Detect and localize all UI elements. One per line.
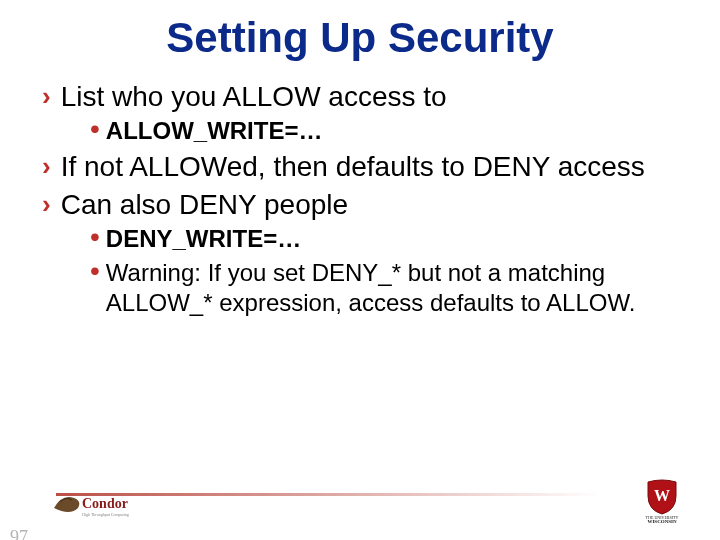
condor-logo-text: Condor bbox=[82, 496, 128, 511]
condor-logo-icon: Condor High Throughput Computing bbox=[52, 486, 162, 520]
bullet-3: › Can also DENY people bbox=[42, 188, 700, 222]
svg-text:WISCONSIN: WISCONSIN bbox=[647, 519, 677, 524]
wisconsin-logo: W THE UNIVERSITY WISCONSIN bbox=[628, 476, 696, 524]
bullet-3-sub-1-text: DENY_WRITE=… bbox=[106, 224, 301, 254]
bullet-3-text: Can also DENY people bbox=[61, 188, 348, 222]
svg-text:High Throughput Computing: High Throughput Computing bbox=[82, 512, 129, 517]
bullet-1-sub-1: • ALLOW_WRITE=… bbox=[90, 116, 700, 146]
slide-content: › List who you ALLOW access to • ALLOW_W… bbox=[42, 80, 700, 318]
bullet-1: › List who you ALLOW access to bbox=[42, 80, 700, 114]
bullet-1-sub-1-text: ALLOW_WRITE=… bbox=[106, 116, 323, 146]
chevron-icon: › bbox=[42, 150, 51, 182]
bullet-1-text: List who you ALLOW access to bbox=[61, 80, 447, 114]
page-number: 97 bbox=[10, 527, 28, 540]
bullet-2-text: If not ALLOWed, then defaults to DENY ac… bbox=[61, 150, 645, 184]
svg-text:W: W bbox=[654, 487, 670, 504]
bullet-3-sub-2-text: Warning: If you set DENY_* but not a mat… bbox=[106, 258, 700, 318]
bullet-3-sub-1: • DENY_WRITE=… bbox=[90, 224, 700, 254]
chevron-icon: › bbox=[42, 80, 51, 112]
bullet-2: › If not ALLOWed, then defaults to DENY … bbox=[42, 150, 700, 184]
slide: Setting Up Security › List who you ALLOW… bbox=[0, 14, 720, 540]
condor-logo: Condor High Throughput Computing bbox=[52, 486, 162, 520]
bullet-3-sub-2: • Warning: If you set DENY_* but not a m… bbox=[90, 258, 700, 318]
slide-title: Setting Up Security bbox=[0, 14, 720, 62]
dot-icon: • bbox=[90, 224, 100, 250]
dot-icon: • bbox=[90, 116, 100, 142]
dot-icon: • bbox=[90, 258, 100, 284]
chevron-icon: › bbox=[42, 188, 51, 220]
wisconsin-logo-icon: W THE UNIVERSITY WISCONSIN bbox=[628, 476, 696, 524]
